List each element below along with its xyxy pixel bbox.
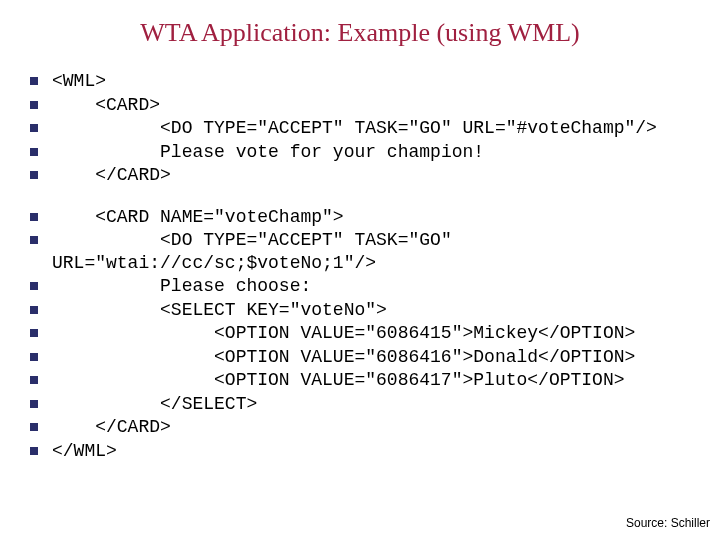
code-text: </CARD>	[52, 164, 706, 187]
code-text: <WML>	[52, 70, 706, 93]
code-text: <OPTION VALUE="6086416">Donald</OPTION>	[52, 346, 706, 369]
spacer	[30, 188, 706, 206]
code-text: </SELECT>	[52, 393, 706, 416]
bullet-icon	[30, 447, 38, 455]
bullet-icon	[30, 101, 38, 109]
code-block: <WML> <CARD> <DO TYPE="ACCEPT" TASK="GO"…	[0, 70, 720, 462]
bullet-icon	[30, 306, 38, 314]
code-line: Please vote for your champion!	[30, 141, 706, 164]
bullet-icon	[30, 124, 38, 132]
code-line: <OPTION VALUE="6086416">Donald</OPTION>	[30, 346, 706, 369]
bullet-icon	[30, 171, 38, 179]
code-line: </CARD>	[30, 164, 706, 187]
code-text: <CARD>	[52, 94, 706, 117]
code-text: Please vote for your champion!	[52, 141, 706, 164]
code-line: </SELECT>	[30, 393, 706, 416]
bullet-icon	[30, 282, 38, 290]
code-text: <DO TYPE="ACCEPT" TASK="GO" URL="#voteCh…	[52, 117, 706, 140]
code-line: <OPTION VALUE="6086417">Pluto</OPTION>	[30, 369, 706, 392]
code-line: <SELECT KEY="voteNo">	[30, 299, 706, 322]
bullet-icon	[30, 77, 38, 85]
bullet-icon	[30, 423, 38, 431]
code-line: Please choose:	[30, 275, 706, 298]
code-text: <OPTION VALUE="6086417">Pluto</OPTION>	[52, 369, 706, 392]
code-text: </CARD>	[52, 416, 706, 439]
bullet-icon	[30, 376, 38, 384]
bullet-icon	[30, 148, 38, 156]
code-line: </CARD>	[30, 416, 706, 439]
source-citation: Source: Schiller	[626, 516, 710, 530]
code-text: <DO TYPE="ACCEPT" TASK="GO" URL="wtai://…	[52, 229, 706, 274]
bullet-icon	[30, 353, 38, 361]
bullet-icon	[30, 329, 38, 337]
code-line: <DO TYPE="ACCEPT" TASK="GO" URL="wtai://…	[30, 229, 706, 274]
code-line: <DO TYPE="ACCEPT" TASK="GO" URL="#voteCh…	[30, 117, 706, 140]
code-text: </WML>	[52, 440, 706, 463]
code-text: <OPTION VALUE="6086415">Mickey</OPTION>	[52, 322, 706, 345]
code-text: Please choose:	[52, 275, 706, 298]
slide-title: WTA Application: Example (using WML)	[0, 18, 720, 48]
code-line: <CARD>	[30, 94, 706, 117]
code-line: <CARD NAME="voteChamp">	[30, 206, 706, 229]
code-line: <WML>	[30, 70, 706, 93]
bullet-icon	[30, 236, 38, 244]
code-line: </WML>	[30, 440, 706, 463]
code-text: <CARD NAME="voteChamp">	[52, 206, 706, 229]
code-text: <SELECT KEY="voteNo">	[52, 299, 706, 322]
code-line: <OPTION VALUE="6086415">Mickey</OPTION>	[30, 322, 706, 345]
bullet-icon	[30, 400, 38, 408]
bullet-icon	[30, 213, 38, 221]
